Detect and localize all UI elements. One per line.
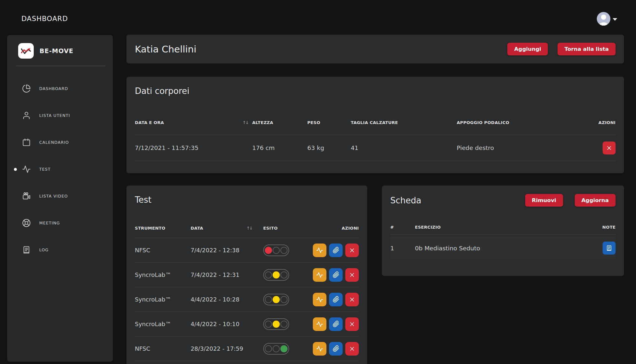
test-row: SyncroLab™ 4/4/2022 - 10:10 <box>135 312 359 336</box>
test-row: NFSC 28/3/2022 - 17:59 <box>135 336 359 361</box>
instrument-value: SyncroLab™ <box>135 271 191 278</box>
note-button[interactable] <box>603 242 616 255</box>
result-traffic-light <box>263 269 289 281</box>
remove-button[interactable]: Rimuovi <box>525 194 563 207</box>
close-icon <box>349 321 355 327</box>
tests-table-header: STRUMENTO DATA ↑↓ ESITO AZIONI <box>135 226 359 231</box>
yellow-lamp <box>273 321 280 328</box>
tests-card: Test STRUMENTO DATA ↑↓ ESITO AZIONI NFSC… <box>126 186 367 364</box>
test-date-value: 28/3/2022 - 17:59 <box>191 345 243 352</box>
video-camera-icon <box>22 192 31 200</box>
exercise-row: 1 0b Mediastino Seduto <box>390 237 616 259</box>
sort-icon[interactable]: ↑↓ <box>242 120 248 125</box>
column-header: APPOGGIO PODALICO <box>457 120 595 125</box>
patient-name: Katia Chellini <box>135 44 196 55</box>
test-detail-button[interactable] <box>313 293 326 306</box>
pie-chart-icon <box>22 84 31 93</box>
sidebar-item-lista-video[interactable]: LISTA VIDEO <box>7 183 113 210</box>
sidebar-item-label: DASHBOARD <box>39 86 68 91</box>
close-icon <box>606 145 612 151</box>
attachment-button[interactable] <box>329 317 343 331</box>
column-header: AZIONI <box>595 120 616 125</box>
result-traffic-light <box>263 245 289 256</box>
patient-header-card: Katia Chellini Aggiungi Torna alla lista <box>126 35 624 63</box>
delete-test-button[interactable] <box>345 293 359 306</box>
paperclip-icon <box>333 271 339 278</box>
red-lamp <box>265 345 272 352</box>
avatar[interactable] <box>597 12 610 26</box>
yellow-lamp <box>273 247 280 254</box>
shoe-size-value: 41 <box>351 144 457 151</box>
scheda-title: Scheda <box>390 194 421 207</box>
delete-test-button[interactable] <box>345 317 359 331</box>
sidebar-item-meeting[interactable]: MEETING <box>7 210 113 236</box>
pulse-icon <box>316 271 323 279</box>
test-date-value: 7/4/2022 - 12:31 <box>191 271 240 278</box>
active-indicator-dot <box>14 168 17 171</box>
test-row: NFSC 7/4/2022 - 12:38 <box>135 238 359 263</box>
sidebar-item-lista-utenti[interactable]: LISTA UTENTI <box>7 102 113 129</box>
paperclip-icon <box>333 321 339 327</box>
chevron-down-icon[interactable] <box>613 18 617 21</box>
column-header: PESO <box>307 120 351 125</box>
brand-name: BE-MOVE <box>40 47 74 54</box>
close-icon <box>349 247 355 254</box>
test-detail-button[interactable] <box>313 317 326 331</box>
table-row: 7/12/2021 - 11:57:35 176 cm 63 kg 41 Pie… <box>135 135 616 161</box>
delete-test-button[interactable] <box>345 342 359 356</box>
brand[interactable]: BE-MOVE <box>18 43 113 59</box>
pulse-icon <box>316 247 323 254</box>
paperclip-icon <box>333 247 339 254</box>
attachment-button[interactable] <box>329 293 343 306</box>
pulse-icon <box>22 165 31 174</box>
bemove-logo-icon <box>18 43 34 59</box>
delete-test-button[interactable] <box>345 244 359 257</box>
test-date-value: 4/4/2022 - 10:28 <box>191 296 240 303</box>
sidebar-item-label: CALENDARIO <box>39 140 69 145</box>
body-data-title: Dati corporei <box>135 85 616 97</box>
sidebar: BE-MOVE DASHBOARD LISTA UTENTI <box>7 35 113 362</box>
sidebar-item-calendario[interactable]: CALENDARIO <box>7 129 113 156</box>
user-menu[interactable] <box>597 12 617 26</box>
table-divider <box>390 234 616 234</box>
delete-body-data-button[interactable] <box>603 142 616 154</box>
yellow-lamp <box>273 271 280 279</box>
column-header: DATA <box>191 226 203 231</box>
pulse-icon <box>316 296 323 303</box>
sidebar-item-log[interactable]: LOG <box>7 236 113 263</box>
sidebar-item-test[interactable]: TEST <box>7 156 113 183</box>
green-lamp <box>280 247 288 254</box>
attachment-button[interactable] <box>329 268 343 282</box>
instrument-value: SyncroLab™ <box>135 321 191 327</box>
add-button[interactable]: Aggiungi <box>507 43 548 55</box>
attachment-button[interactable] <box>329 244 343 257</box>
page-header-title: DASHBOARD <box>21 15 68 23</box>
body-data-card: Dati corporei DATA E ORA ↑↓ ALTEZZA PESO… <box>126 77 624 173</box>
height-value: 176 cm <box>252 144 307 151</box>
update-button[interactable]: Aggiorna <box>575 194 616 207</box>
delete-test-button[interactable] <box>345 268 359 282</box>
test-detail-button[interactable] <box>313 244 326 257</box>
test-detail-button[interactable] <box>313 342 326 356</box>
instrument-value: SyncroLab™ <box>135 296 191 303</box>
close-icon <box>349 346 355 352</box>
close-icon <box>349 296 355 303</box>
sidebar-item-dashboard[interactable]: DASHBOARD <box>7 75 113 102</box>
sidebar-item-label: LOG <box>39 247 49 252</box>
red-lamp <box>265 247 272 254</box>
test-row: SyncroLab™ 4/4/2022 - 10:28 <box>135 287 359 312</box>
close-icon <box>349 272 355 278</box>
sidebar-item-label: TEST <box>39 167 51 172</box>
test-detail-button[interactable] <box>313 268 326 282</box>
pulse-icon <box>316 345 323 352</box>
result-traffic-light <box>263 294 289 305</box>
sort-icon[interactable]: ↑↓ <box>246 226 252 231</box>
datetime-value: 7/12/2021 - 11:57:35 <box>135 144 198 151</box>
back-to-list-button[interactable]: Torna alla lista <box>558 43 616 55</box>
attachment-button[interactable] <box>329 342 343 356</box>
column-header: AZIONI <box>312 226 359 231</box>
note-document-icon <box>606 245 612 251</box>
column-header: DATA E ORA <box>135 120 164 125</box>
column-header: ESITO <box>263 226 312 231</box>
red-lamp <box>265 271 272 279</box>
